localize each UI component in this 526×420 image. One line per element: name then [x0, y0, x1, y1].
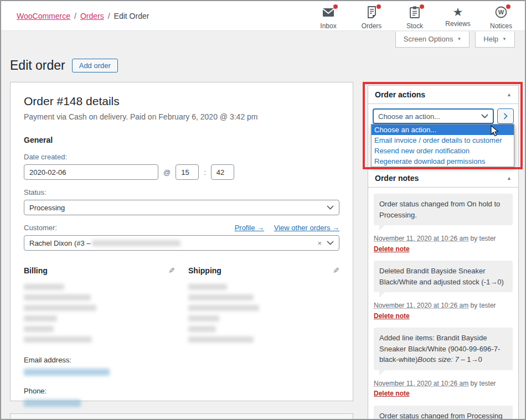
dropdown-option-resend-notification[interactable]: Resend new order notification: [372, 146, 514, 156]
notification-dot: [377, 4, 381, 9]
billing-heading: Billing: [24, 266, 48, 275]
redacted-line: [24, 305, 96, 311]
note-bubble: Order status changed from On hold to Pro…: [374, 194, 513, 225]
breadcrumb-woocommerce-link[interactable]: WooCommerce: [17, 12, 70, 20]
customer-value-wrap: Rachel Dixon (#3 –: [29, 239, 181, 247]
note-text: Order status changed from Processing to …: [379, 412, 503, 420]
date-created-input[interactable]: 2020-02-06: [24, 164, 158, 180]
breadcrumb-separator: /: [108, 12, 110, 20]
order-data-panel: Order #148 details Payment via Cash on d…: [10, 82, 353, 401]
redacted-line: [188, 284, 227, 290]
at-symbol: @: [163, 168, 171, 177]
orders-label: Orders: [355, 22, 388, 30]
note-text-after: – 1→0: [459, 355, 482, 364]
chevron-down-icon: [481, 114, 488, 118]
add-order-button[interactable]: Add order: [72, 59, 118, 72]
note-date: November 11, 2020 at 10:26 am: [374, 380, 468, 387]
screen-meta-tabs: Screen Options ▼ Help ▼: [395, 32, 515, 48]
page-title-row: Edit order Add order: [10, 58, 118, 73]
customer-label: Customer:: [24, 224, 57, 232]
note-bubble: Deleted Brandit Bayside Sneaker Black/Wh…: [374, 261, 513, 292]
help-toggle[interactable]: Help ▼: [475, 32, 515, 48]
order-notes-panel: Order notes ▲ Order status changed from …: [368, 169, 519, 420]
order-note: Added line items: Brandit Bayside Sneake…: [374, 328, 513, 399]
note-bubble: Added line items: Brandit Bayside Sneake…: [374, 328, 513, 370]
redacted-line: [24, 284, 64, 290]
help-label: Help: [483, 35, 498, 43]
order-notes-header[interactable]: Order notes ▲: [368, 169, 518, 188]
address-columns: Billing ✎ Email address: Phone:: [24, 266, 339, 411]
profile-link[interactable]: Profile →: [235, 224, 264, 232]
note-bubble-tail: [379, 225, 385, 231]
note-meta: November 11, 2020 at 10:26 am by tester …: [374, 300, 513, 321]
inbox-button[interactable]: Inbox: [312, 6, 344, 30]
action-select[interactable]: Choose an action...: [373, 108, 494, 124]
orders-icon: [365, 6, 378, 19]
note-author: by tester: [471, 235, 496, 242]
order-actions-title: Order actions: [375, 90, 425, 99]
page-title: Edit order: [10, 58, 65, 73]
chevron-down-icon: ▼: [502, 37, 507, 42]
status-label: Status:: [24, 188, 339, 196]
order-notes-list: Order status changed from On hold to Pro…: [368, 188, 518, 420]
edit-shipping-pencil-icon[interactable]: ✎: [333, 266, 339, 275]
status-value: Processing: [29, 204, 65, 212]
order-details-heading: Order #148 details: [24, 95, 339, 108]
redacted-line: [188, 326, 216, 332]
next-postbox-edge: [10, 413, 353, 420]
orders-button[interactable]: Orders: [355, 6, 388, 30]
status-select[interactable]: Processing: [24, 200, 339, 215]
reviews-button[interactable]: ★ Reviews: [442, 6, 474, 30]
notices-label: Notices: [485, 22, 517, 30]
dropdown-option-choose[interactable]: Choose an action...: [372, 125, 514, 135]
action-select-dropdown: Choose an action... Email invoice / orde…: [371, 124, 514, 167]
delete-note-link[interactable]: Delete note: [374, 390, 410, 397]
customer-select[interactable]: Rachel Dixon (#3 – ×: [24, 235, 339, 251]
payment-subtitle: Payment via Cash on delivery. Paid on Fe…: [24, 112, 339, 121]
redacted-line: [24, 326, 54, 332]
billing-address-redacted: [24, 284, 175, 343]
shipping-address-redacted: [188, 284, 339, 343]
collapse-arrow-icon[interactable]: ▲: [507, 92, 512, 97]
view-other-orders-link[interactable]: View other orders →: [274, 224, 339, 232]
apply-action-button[interactable]: [497, 108, 514, 124]
inbox-label: Inbox: [312, 22, 344, 30]
minute-input[interactable]: 42: [211, 164, 234, 180]
action-select-value: Choose an action...: [378, 112, 440, 121]
customer-row: Customer: Profile → View other orders →: [24, 224, 339, 232]
customer-select-controls: ×: [317, 239, 334, 247]
customer-value: Rachel Dixon (#3 –: [29, 239, 91, 247]
clear-selection-icon[interactable]: ×: [317, 239, 322, 247]
note-date: November 11, 2020 at 10:26 am: [374, 302, 468, 309]
wordpress-logo-icon: W: [494, 6, 508, 19]
inbox-icon: [322, 6, 335, 19]
redacted-email-link: [24, 369, 110, 376]
redacted-line: [188, 305, 259, 311]
edit-billing-pencil-icon[interactable]: ✎: [168, 266, 175, 275]
note-text: Deleted Brandit Bayside Sneaker Black/Wh…: [379, 267, 504, 286]
hour-input[interactable]: 15: [176, 164, 199, 180]
breadcrumb-orders-link[interactable]: Orders: [80, 12, 104, 20]
stock-icon: [408, 6, 421, 19]
activity-icons: Inbox Orders Stock ★ Reviews: [312, 1, 525, 30]
delete-note-link[interactable]: Delete note: [374, 245, 410, 253]
order-actions-header[interactable]: Order actions ▲: [368, 86, 518, 104]
stock-button[interactable]: Stock: [399, 6, 431, 30]
order-note: Order status changed from On hold to Pro…: [374, 194, 513, 254]
dropdown-option-email-invoice[interactable]: Email invoice / order details to custome…: [372, 135, 514, 146]
screen-options-toggle[interactable]: Screen Options ▼: [395, 32, 470, 48]
reviews-star-icon: ★: [453, 6, 463, 19]
collapse-arrow-icon[interactable]: ▲: [507, 175, 512, 181]
date-created-row: 2020-02-06 @ 15 : 42: [24, 164, 339, 180]
notification-dot: [506, 4, 510, 9]
note-bubble-tail: [379, 370, 385, 376]
note-date: November 11, 2020 at 10:26 am: [374, 235, 468, 242]
redacted-line: [24, 315, 57, 322]
chevron-down-icon: ▼: [457, 37, 461, 42]
shipping-column: Shipping ✎: [188, 266, 339, 411]
note-author: by tester: [471, 380, 496, 387]
notices-button[interactable]: W Notices: [485, 6, 517, 30]
dropdown-option-regenerate-permissions[interactable]: Regenerate download permissions: [372, 156, 514, 167]
breadcrumb-separator: /: [74, 12, 76, 20]
delete-note-link[interactable]: Delete note: [374, 312, 410, 320]
